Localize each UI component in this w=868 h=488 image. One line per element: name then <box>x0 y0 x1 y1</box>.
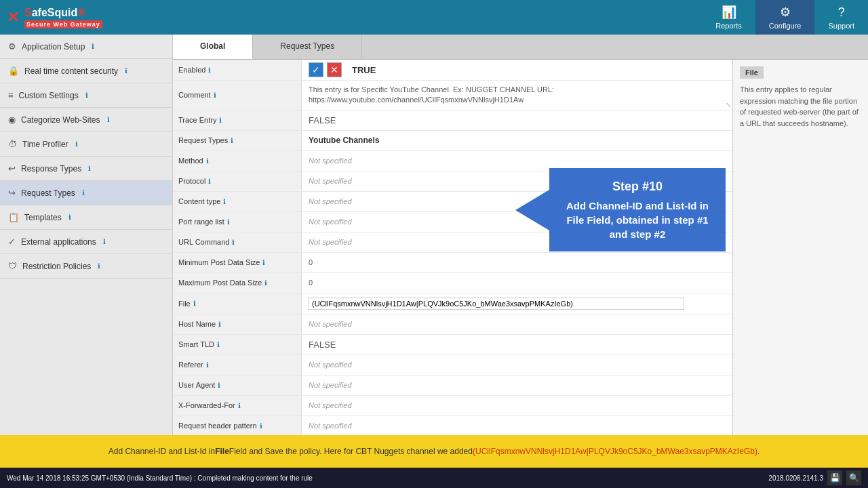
x-forwarded-help-icon: ℹ <box>238 402 241 409</box>
form-row-trace: Trace Entry ℹ FALSE <box>173 110 732 131</box>
smart-tld-help-icon: ℹ <box>217 341 220 348</box>
sidebar-item-real-time-content[interactable]: 🔒 Real time content security ℹ <box>0 59 172 83</box>
sidebar-label-external-apps: External applications <box>21 237 96 247</box>
x-forwarded-label: X-Forwarded-For ℹ <box>173 396 302 415</box>
sidebar-help-time-profiler: ℹ <box>75 140 78 148</box>
sidebar-label-time-profiler: Time Profiler <box>22 140 68 149</box>
nav-reports-label: Reports <box>715 22 742 30</box>
url-command-label: URL Command ℹ <box>173 232 302 252</box>
sidebar-item-templates[interactable]: 📋 Templates ℹ <box>0 205 172 230</box>
method-label: Method ℹ <box>173 151 302 171</box>
request-types-help-icon: ℹ <box>231 137 233 144</box>
enabled-check-btn[interactable]: ✓ <box>309 62 323 77</box>
form-row-max-post: Maximum Post Data Size ℹ 0 <box>173 273 732 293</box>
categorize-icon: ◉ <box>8 115 16 125</box>
file-input[interactable] <box>309 298 684 310</box>
nav-configure[interactable]: ⚙ Configure <box>755 0 815 35</box>
logo: ✕ SafeSquid® Secure Web Gateway <box>0 0 109 35</box>
status-right: 2018.0206.2141.3 💾 🔍 <box>768 470 861 485</box>
port-range-label: Port range list ℹ <box>173 212 302 232</box>
sidebar-item-categorize-web-sites[interactable]: ◉ Categorize Web-Sites ℹ <box>0 108 172 132</box>
sidebar-item-time-profiler[interactable]: ⏱ Time Profiler ℹ <box>0 132 172 157</box>
callout-text: Add Channel-ID and List-Id in File Field… <box>563 199 712 241</box>
user-agent-value: Not specified <box>302 375 732 395</box>
sidebar-label-custom-settings: Custom Settings <box>19 91 79 100</box>
referer-help-icon: ℹ <box>206 361 209 369</box>
sidebar-help-restriction: ℹ <box>98 262 100 270</box>
min-post-label: Minimum Post Data Size ℹ <box>173 253 302 272</box>
enabled-row-content: ✓ ✕ TRUE <box>302 60 732 80</box>
logo-subtitle: Secure Web Gateway <box>24 20 102 28</box>
tab-request-types[interactable]: Request Types <box>253 35 362 59</box>
sidebar-label-restriction: Restriction Policies <box>22 262 91 271</box>
status-bar: Wed Mar 14 2018 16:53:25 GMT+0530 (India… <box>0 468 868 488</box>
support-icon: ? <box>838 5 845 20</box>
logo-icon: ✕ <box>7 9 19 26</box>
nav-support-label: Support <box>828 22 854 30</box>
tab-global[interactable]: Global <box>173 35 253 59</box>
status-search-btn[interactable]: 🔍 <box>846 470 861 485</box>
max-post-help-icon: ℹ <box>264 279 267 287</box>
real-time-icon: 🔒 <box>8 66 19 76</box>
min-post-help-icon: ℹ <box>262 259 265 266</box>
sidebar-help-application-setup: ℹ <box>92 43 94 50</box>
referer-label: Referer ℹ <box>173 355 302 375</box>
request-header-value: Not specified <box>302 416 732 435</box>
form-row-referer: Referer ℹ Not specified <box>173 355 732 375</box>
form-row-request-header: Request header pattern ℹ Not specified <box>173 416 732 435</box>
enabled-cross-btn[interactable]: ✕ <box>327 62 342 77</box>
file-label: File ℹ <box>173 293 302 314</box>
banner-text-after: Field and Save the policy. Here for CBT … <box>229 445 473 458</box>
callout-box: Step #10 Add Channel-ID and List-Id in F… <box>549 168 726 251</box>
status-save-btn[interactable]: 💾 <box>827 470 842 485</box>
min-post-value: 0 <box>302 253 732 272</box>
enabled-label: Enabled ℹ <box>173 60 302 80</box>
sidebar-help-external-apps: ℹ <box>103 238 106 245</box>
file-value-container <box>302 293 732 314</box>
logo-text: SafeSquid® Secure Web Gateway <box>24 7 102 28</box>
banner-text-before: Add Channel-ID and List-Id in <box>108 445 215 458</box>
nav-support[interactable]: ? Support <box>814 0 868 35</box>
request-header-help-icon: ℹ <box>260 422 262 430</box>
comment-value-container: This entry is for Specific YouTube Chann… <box>302 81 732 110</box>
nav-reports[interactable]: 📊 Reports <box>702 0 755 35</box>
main-layout: ⚙ Application Setup ℹ 🔒 Real time conten… <box>0 35 868 435</box>
max-post-value: 0 <box>302 273 732 293</box>
max-post-label: Maximum Post Data Size ℹ <box>173 273 302 293</box>
request-header-label: Request header pattern ℹ <box>173 416 302 435</box>
sidebar-help-request-types: ℹ <box>82 189 85 197</box>
status-text: Wed Mar 14 2018 16:53:25 GMT+0530 (India… <box>7 474 313 482</box>
comment-help-icon: ℹ <box>214 92 216 99</box>
method-help-icon: ℹ <box>206 157 209 165</box>
sidebar-label-response-types: Response Types <box>21 164 81 174</box>
user-agent-help-icon: ℹ <box>218 382 220 389</box>
sidebar-item-custom-settings[interactable]: ≡ Custom Settings ℹ <box>0 83 172 108</box>
external-apps-icon: ✓ <box>8 237 16 247</box>
sidebar-help-custom-settings: ℹ <box>85 92 88 99</box>
sidebar-item-application-setup[interactable]: ⚙ Application Setup ℹ <box>0 35 172 59</box>
form-row-enabled: Enabled ℹ ✓ ✕ TRUE <box>173 60 732 81</box>
enabled-value: TRUE <box>352 65 726 75</box>
form-row-comment: Comment ℹ This entry is for Specific You… <box>173 81 732 110</box>
sidebar-help-templates: ℹ <box>68 214 71 221</box>
sidebar-item-restriction-policies[interactable]: 🛡 Restriction Policies ℹ <box>0 254 172 279</box>
url-command-help-icon: ℹ <box>232 239 235 246</box>
sidebar-label-request-types: Request Types <box>21 188 75 198</box>
comment-value: This entry is for Specific YouTube Chann… <box>309 85 726 106</box>
file-help-icon: ℹ <box>193 300 196 307</box>
status-version: 2018.0206.2141.3 <box>768 474 823 482</box>
reports-icon: 📊 <box>722 5 736 20</box>
header: ✕ SafeSquid® Secure Web Gateway 📊 Report… <box>0 0 868 35</box>
sidebar-item-external-applications[interactable]: ✓ External applications ℹ <box>0 230 172 254</box>
port-range-help-icon: ℹ <box>227 218 230 226</box>
trace-help-icon: ℹ <box>219 117 222 124</box>
sidebar-item-response-types[interactable]: ↩ Response Types ℹ <box>0 157 172 181</box>
form-row-x-forwarded: X-Forwarded-For ℹ Not specified <box>173 396 732 416</box>
smart-tld-value: FALSE <box>302 335 732 354</box>
right-panel-description: This entry applies to regular expression… <box>740 84 861 129</box>
tab-global-label: Global <box>200 41 225 51</box>
sidebar: ⚙ Application Setup ℹ 🔒 Real time conten… <box>0 35 173 435</box>
sidebar-item-request-types[interactable]: ↪ Request Types ℹ <box>0 181 172 205</box>
file-badge-container: File <box>740 66 861 79</box>
content-type-label: Content type ℹ <box>173 192 302 211</box>
